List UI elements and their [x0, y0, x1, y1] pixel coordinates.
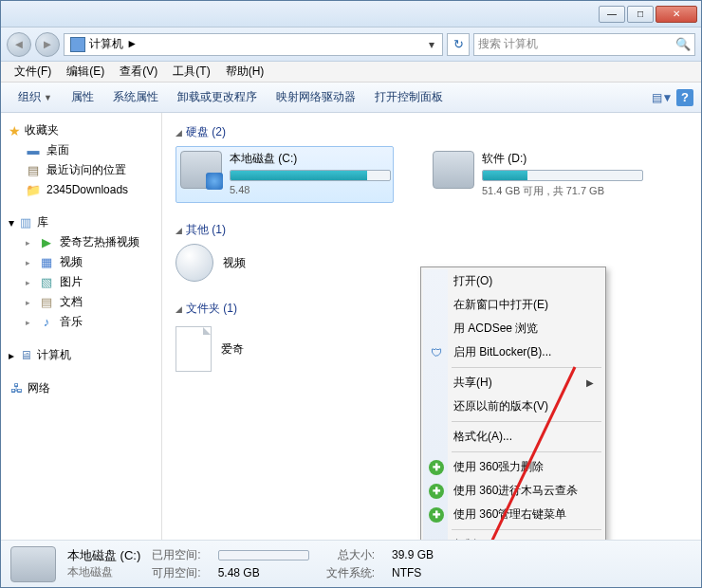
picture-icon: ▧	[39, 275, 54, 290]
drive-name: 软件 (D:)	[482, 151, 643, 167]
menu-edit[interactable]: 编辑(E)	[59, 62, 112, 82]
network-icon: 🖧	[9, 381, 24, 396]
sidebar-item-desktop[interactable]: ▬桌面	[5, 140, 157, 160]
address-bar[interactable]: 计算机 ► ▾	[64, 33, 443, 56]
sidebar-libraries[interactable]: ▾▥库	[5, 212, 157, 232]
used-space-label: 已用空间:	[152, 547, 200, 563]
drive-capacity-bar	[230, 170, 391, 181]
free-space-value: 5.48 GB	[218, 566, 309, 579]
context-menu-label: 格式化(A)...	[453, 429, 512, 445]
tool-properties[interactable]: 属性	[62, 85, 103, 109]
drive-c[interactable]: 本地磁盘 (C:) 5.48	[176, 146, 394, 203]
search-placeholder: 搜索 计算机	[478, 36, 538, 52]
sidebar: ★收藏夹 ▬桌面 ▤最近访问的位置 📁2345Downloads ▾▥库 ▸▶爱…	[1, 113, 162, 540]
tool-map-drive[interactable]: 映射网络驱动器	[267, 85, 365, 109]
sidebar-favorites[interactable]: ★收藏夹	[5, 120, 157, 140]
tool-organize[interactable]: 组织▼	[9, 85, 62, 109]
context-menu-separator	[452, 421, 601, 422]
refresh-button[interactable]: ↻	[447, 33, 470, 56]
context-menu-item[interactable]: 打开(O)	[423, 269, 603, 293]
close-button[interactable]: ✕	[656, 6, 697, 23]
context-menu-item[interactable]: 用 ACDSee 浏览	[423, 317, 603, 340]
back-button[interactable]: ◄	[7, 32, 31, 57]
menu-view[interactable]: 查看(V)	[112, 62, 165, 82]
context-menu-separator	[452, 367, 601, 368]
forward-button[interactable]: ►	[35, 32, 60, 57]
drive-name: 本地磁盘 (C:)	[230, 151, 391, 167]
details-pane: 本地磁盘 (C:) 本地磁盘 已用空间: 总大小: 39.9 GB 可用空间: …	[1, 540, 701, 587]
drive-stat: 51.4 GB 可用 , 共 71.7 GB	[482, 184, 643, 198]
maximize-button[interactable]: □	[627, 6, 654, 23]
context-menu-label: 还原以前的版本(V)	[453, 398, 548, 414]
total-size-label: 总大小:	[326, 547, 375, 563]
menu-help[interactable]: 帮助(H)	[218, 62, 272, 82]
context-menu-separator	[452, 529, 601, 530]
drive-capacity-bar	[482, 170, 643, 181]
360-icon: ✚	[429, 484, 444, 499]
drive-d[interactable]: 软件 (D:) 51.4 GB 可用 , 共 71.7 GB	[428, 146, 646, 203]
free-space-label: 可用空间:	[152, 565, 200, 581]
context-menu-item[interactable]: ✚使用 360强力删除	[423, 455, 603, 479]
view-mode-button[interactable]: ▤▼	[650, 87, 674, 108]
folder-icon: 📁	[26, 182, 41, 197]
minimize-button[interactable]: —	[599, 6, 625, 23]
sidebar-item-documents[interactable]: ▸▤文档	[5, 292, 157, 312]
sidebar-item-pictures[interactable]: ▸▧图片	[5, 272, 157, 292]
details-subtitle: 本地磁盘	[67, 564, 140, 580]
music-icon: ♪	[39, 315, 54, 330]
sidebar-item-videos[interactable]: ▸▦视频	[5, 252, 157, 272]
menu-file[interactable]: 文件(F)	[7, 62, 59, 82]
search-input[interactable]: 搜索 计算机 🔍	[473, 33, 695, 56]
details-title: 本地磁盘 (C:)	[67, 547, 140, 564]
collapse-icon: ▾	[9, 216, 14, 230]
collapse-icon: ◢	[176, 128, 182, 138]
section-hard-disks[interactable]: ◢硬盘 (2)	[176, 122, 688, 146]
collapse-icon: ◢	[176, 226, 182, 235]
context-menu-label: 使用 360管理右键菜单	[453, 506, 566, 523]
sidebar-item-music[interactable]: ▸♪音乐	[5, 312, 157, 332]
context-menu-label: 使用 360强力删除	[453, 459, 544, 475]
context-menu-item[interactable]: 还原以前的版本(V)	[423, 395, 603, 418]
context-menu-item[interactable]: 复制(C)	[423, 533, 603, 540]
used-space-bar	[218, 550, 309, 560]
context-menu-item[interactable]: 在新窗口中打开(E)	[423, 293, 603, 317]
sidebar-network[interactable]: 🖧网络	[5, 378, 157, 398]
filesystem-value: NTFS	[392, 566, 434, 579]
expand-icon: ▸	[9, 349, 14, 362]
navbar: ◄ ► 计算机 ► ▾ ↻ 搜索 计算机 🔍	[1, 28, 701, 62]
context-menu-item[interactable]: 共享(H)▶	[423, 371, 603, 395]
context-menu-item[interactable]: ✚使用 360进行木马云查杀	[423, 479, 603, 503]
sidebar-computer[interactable]: ▸🖥计算机	[5, 345, 157, 365]
desktop-icon: ▬	[26, 143, 41, 158]
drive-stat: 5.48	[230, 184, 391, 195]
360-icon: ✚	[429, 460, 444, 475]
context-menu-item[interactable]: 格式化(A)...	[423, 425, 603, 449]
submenu-arrow-icon: ▶	[586, 377, 594, 388]
chevron-down-icon: ▼	[44, 93, 52, 102]
document-icon: ▤	[39, 295, 54, 310]
titlebar: — □ ✕	[1, 1, 701, 28]
video-icon: ▶	[39, 235, 54, 250]
total-size-value: 39.9 GB	[392, 548, 434, 561]
toolbar: 组织▼ 属性 系统属性 卸载或更改程序 映射网络驱动器 打开控制面板 ▤▼ ?	[1, 83, 701, 113]
explorer-window: — □ ✕ ◄ ► 计算机 ► ▾ ↻ 搜索 计算机 🔍 文件(F) 编辑(E)…	[0, 0, 702, 588]
collapse-icon: ◢	[176, 304, 182, 314]
help-button[interactable]: ?	[676, 89, 693, 106]
sidebar-item-recent[interactable]: ▤最近访问的位置	[5, 160, 157, 180]
filesystem-label: 文件系统:	[326, 565, 375, 581]
tool-control-panel[interactable]: 打开控制面板	[365, 85, 453, 109]
section-other[interactable]: ◢其他 (1)	[176, 220, 688, 244]
sidebar-item-iqiyi[interactable]: ▸▶爱奇艺热播视频	[5, 232, 157, 252]
library-icon: ▥	[18, 215, 33, 230]
shield-icon: 🛡	[429, 345, 444, 360]
address-dropdown-icon[interactable]: ▾	[423, 38, 440, 51]
context-menu-item[interactable]: ✚使用 360管理右键菜单	[423, 503, 603, 526]
camera-icon	[176, 244, 213, 282]
video-icon: ▦	[39, 255, 54, 270]
tool-uninstall[interactable]: 卸载或更改程序	[168, 85, 267, 109]
sidebar-item-downloads[interactable]: 📁2345Downloads	[5, 180, 157, 199]
tool-system-properties[interactable]: 系统属性	[103, 85, 168, 109]
context-menu-item[interactable]: 🛡启用 BitLocker(B)...	[423, 340, 603, 364]
computer-icon	[70, 37, 85, 52]
menu-tools[interactable]: 工具(T)	[165, 62, 217, 82]
